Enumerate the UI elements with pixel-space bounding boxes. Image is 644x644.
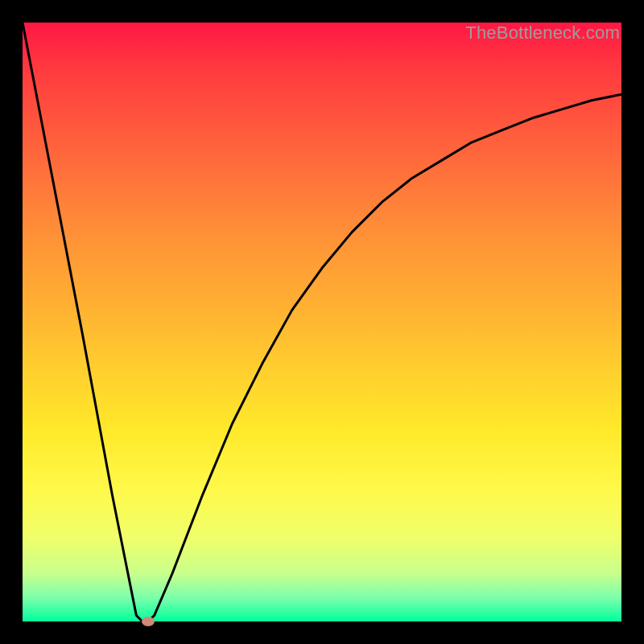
- bottleneck-curve: [23, 23, 621, 621]
- plot-area: TheBottleneck.com: [23, 23, 621, 621]
- curve-path: [23, 23, 621, 621]
- chart-frame: TheBottleneck.com: [0, 0, 644, 644]
- minimum-marker-dot: [142, 617, 155, 626]
